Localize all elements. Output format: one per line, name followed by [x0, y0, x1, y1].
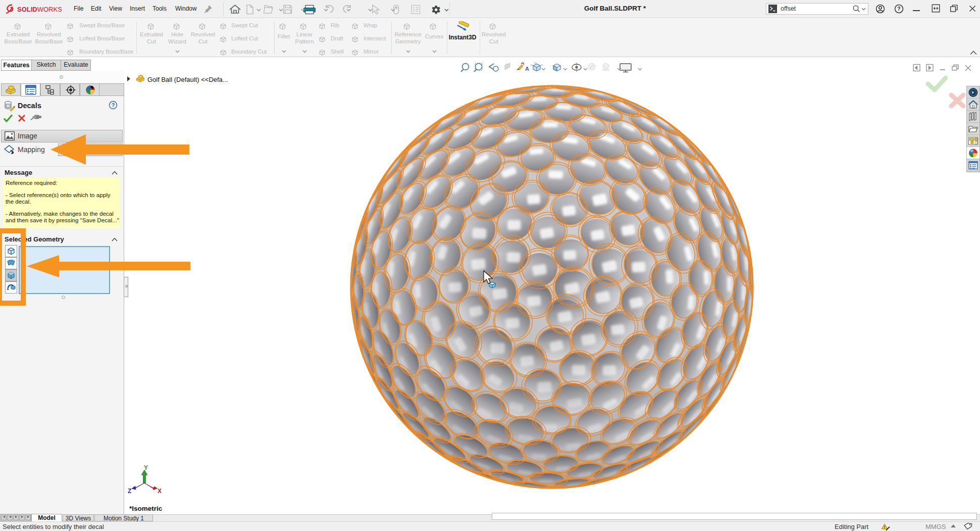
svg-text:Z: Z — [128, 488, 131, 495]
svg-text:X: X — [158, 488, 162, 495]
